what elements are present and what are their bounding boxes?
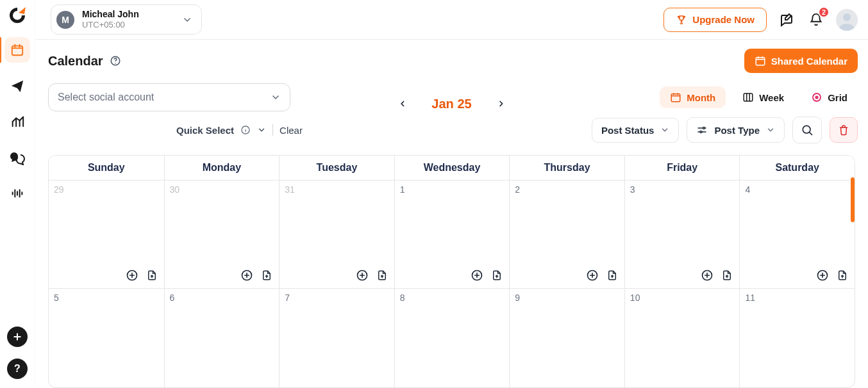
calendar-cell[interactable]: 31 [279,181,394,288]
upload-button[interactable] [376,269,388,282]
help-icon[interactable] [110,55,121,67]
post-status-filter[interactable]: Post Status [592,118,680,143]
view-week[interactable]: Week [732,86,794,108]
sidebar-add-button[interactable] [7,327,28,347]
svg-point-10 [703,127,705,129]
sidebar-item-analytics[interactable] [4,109,30,134]
info-icon[interactable] [240,125,251,135]
calendar-cell[interactable]: 30 [164,181,280,288]
day-header: Thursday [509,156,624,180]
add-post-button[interactable] [816,269,829,282]
day-number: 11 [745,293,849,303]
svg-rect-4 [756,58,765,65]
sidebar-item-inbox[interactable] [4,145,30,170]
sidebar-item-publish[interactable] [4,73,30,99]
chevron-down-icon [271,92,281,102]
user-avatar[interactable] [836,9,858,31]
calendar-cell[interactable]: 9 [509,289,624,388]
scrollbar-thumb[interactable] [851,177,855,222]
chevron-right-icon [497,99,506,108]
file-upload-icon [146,269,158,282]
add-post-button[interactable] [586,269,599,282]
calendar-icon [670,92,681,103]
calendar-cell[interactable]: 6 [164,289,280,388]
calendar-cell[interactable]: 7 [279,289,394,388]
calendar-cell[interactable]: 8 [394,289,510,388]
plus-circle-icon [586,269,599,282]
notifications-button[interactable]: 2 [806,10,826,29]
prev-month-button[interactable] [393,95,411,113]
day-number: 4 [745,184,849,195]
quick-select-group: Quick Select Clear [176,124,303,136]
plus-circle-icon [816,269,829,282]
cell-actions [816,269,848,282]
quick-select-dropdown[interactable] [257,125,266,134]
svg-point-3 [115,63,116,64]
add-post-button[interactable] [126,269,138,282]
calendar-cell[interactable]: 10 [624,289,740,388]
view-month[interactable]: Month [660,86,726,108]
view-grid[interactable]: Grid [801,86,858,108]
sidebar-item-calendar[interactable] [4,37,30,63]
next-month-button[interactable] [492,95,510,113]
upload-button[interactable] [837,269,848,282]
day-header: Sunday [49,156,164,180]
workspace-avatar: M [56,11,74,29]
upload-button[interactable] [261,269,272,282]
add-post-button[interactable] [356,269,369,282]
sidebar-help-button[interactable]: ? [7,359,28,379]
chevron-down-icon [660,125,669,134]
trophy-icon [676,14,687,26]
upload-button[interactable] [146,269,158,282]
workspace-selector[interactable]: M Micheal John UTC+05:00 [51,4,202,35]
shared-calendar-label: Shared Calendar [771,56,847,67]
calendar-cell[interactable]: 5 [49,289,164,388]
svg-rect-5 [672,94,681,102]
trash-icon [838,124,849,136]
calendar-header: Sunday Monday Tuesday Wednesday Thursday… [49,156,855,181]
view-grid-label: Grid [828,92,847,103]
calendar-share-icon [755,55,766,67]
date-navigator: Jan 25 [393,95,510,113]
upgrade-button[interactable]: Upgrade Now [664,8,767,32]
plus-icon [12,332,22,342]
calendar-cell[interactable]: 29 [49,181,164,288]
add-post-button[interactable] [701,269,714,282]
post-type-filter[interactable]: Post Type [687,117,785,143]
calendar-cell[interactable]: 2 [509,181,624,288]
upload-button[interactable] [606,269,618,282]
post-status-label: Post Status [601,125,655,136]
delete-button[interactable] [830,117,858,143]
calendar-row: 2930311234 [49,181,855,288]
sliders-icon [696,124,708,136]
sidebar-item-listening[interactable] [4,181,30,206]
calendar-cell[interactable]: 3 [624,181,740,288]
calendar-icon [10,43,24,57]
clear-button[interactable]: Clear [280,125,303,136]
current-month: Jan 25 [431,97,471,111]
search-icon [801,124,814,136]
main-content: M Micheal John UTC+05:00 Upgrade Now [35,0,868,388]
calendar-cell[interactable]: 11 [739,289,855,388]
add-post-button[interactable] [471,269,483,282]
chevron-down-icon [182,15,192,25]
analytics-icon [10,115,24,129]
svg-point-1 [843,13,851,21]
app-logo[interactable] [7,5,28,26]
svg-point-11 [700,131,702,133]
calendar-cell[interactable]: 4 [739,181,855,288]
upload-button[interactable] [721,269,733,282]
add-post-button[interactable] [240,269,253,282]
search-button[interactable] [792,117,822,143]
page-title: Calendar [48,54,103,69]
cell-actions [586,269,618,282]
file-upload-icon [837,269,848,282]
calendar-cell[interactable]: 1 [394,181,510,288]
divider [272,124,273,136]
feedback-button[interactable] [777,10,796,29]
audio-bars-icon [10,186,24,200]
upload-button[interactable] [491,269,503,282]
day-number: 1 [400,184,505,195]
select-social-account[interactable]: Select social account [48,83,290,111]
shared-calendar-button[interactable]: Shared Calendar [744,49,858,73]
